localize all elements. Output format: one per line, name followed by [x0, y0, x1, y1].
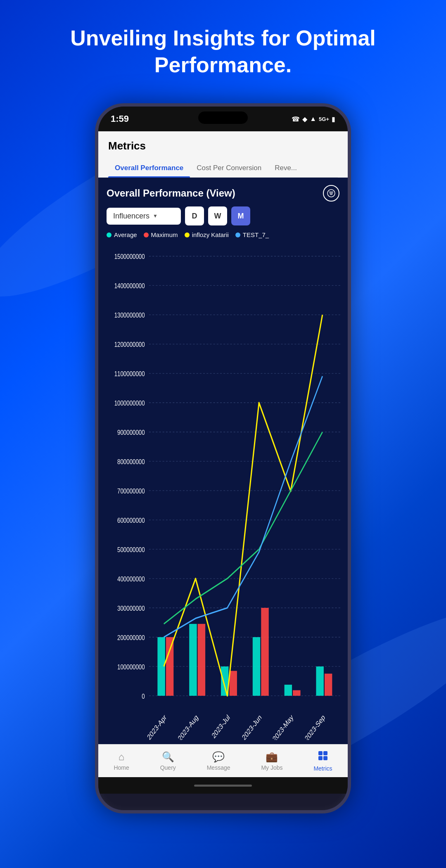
nav-my-jobs[interactable]: 💼 My Jobs — [254, 749, 289, 773]
headline-line2: Performance. — [154, 53, 292, 77]
jobs-label: My Jobs — [261, 764, 282, 771]
legend-inflozy: inflozy Katarii — [185, 231, 229, 238]
metrics-icon — [318, 750, 328, 764]
metrics-label: Metrics — [313, 765, 332, 772]
legend-maximum: Maximum — [144, 231, 178, 238]
phone-frame: 1:59 ☎ ◆ ▲ 5G+ ▮ Metrics Overall Perform… — [95, 103, 351, 813]
app-header: Metrics Overall Performance Cost Per Con… — [98, 131, 348, 178]
svg-text:800000000: 800000000 — [117, 458, 145, 465]
status-time: 1:59 — [111, 114, 129, 124]
dropdown-label: Influencers — [113, 212, 149, 221]
home-bar — [194, 785, 252, 787]
svg-text:900000000: 900000000 — [117, 428, 145, 436]
message-label: Message — [207, 764, 230, 771]
headline-line1: Unveiling Insights for Optimal — [70, 26, 376, 50]
average-dot — [107, 232, 112, 237]
average-label: Average — [114, 231, 137, 238]
svg-rect-43 — [198, 624, 205, 696]
svg-rect-45 — [261, 608, 268, 696]
svg-text:2023-Sep: 2023-Sep — [304, 713, 326, 740]
home-indicator — [98, 777, 348, 794]
main-content: Overall Performance (View) Influencers ▼ — [98, 178, 348, 744]
svg-rect-39 — [253, 637, 260, 696]
chevron-down-icon: ▼ — [153, 213, 158, 219]
period-btn-w[interactable]: W — [208, 206, 227, 225]
svg-text:300000000: 300000000 — [117, 604, 145, 612]
nav-metrics[interactable]: Metrics — [307, 748, 339, 774]
svg-text:700000000: 700000000 — [117, 487, 145, 495]
svg-rect-46 — [293, 690, 300, 696]
jobs-icon: 💼 — [266, 751, 278, 763]
tab-cost-per-conversion[interactable]: Cost Per Conversion — [190, 159, 268, 177]
inflozy-dot — [185, 232, 190, 237]
section-header: Overall Performance (View) — [98, 178, 348, 206]
home-icon: ⌂ — [119, 751, 125, 763]
network-icon: ▲ — [310, 115, 316, 123]
filter-button[interactable] — [323, 185, 339, 202]
legend-average: Average — [107, 231, 137, 238]
svg-text:500000000: 500000000 — [117, 545, 145, 553]
svg-text:400000000: 400000000 — [117, 575, 145, 583]
period-btn-d[interactable]: D — [185, 206, 204, 225]
tabs-container: Overall Performance Cost Per Conversion … — [108, 159, 338, 178]
svg-text:2023-Jul: 2023-Jul — [211, 713, 231, 740]
svg-text:1500000000: 1500000000 — [114, 252, 145, 260]
status-bar: 1:59 ☎ ◆ ▲ 5G+ ▮ — [98, 107, 348, 131]
wifi-icon: ◆ — [302, 115, 307, 123]
maximum-dot — [144, 232, 149, 237]
chart-area: 1500000000 1400000000 1300000000 1200000… — [98, 242, 348, 744]
message-icon: 💬 — [212, 751, 225, 763]
nav-home[interactable]: ⌂ Home — [107, 749, 135, 773]
svg-rect-47 — [325, 674, 332, 696]
status-icons: ☎ ◆ ▲ 5G+ ▮ — [292, 115, 335, 123]
controls-row: Influencers ▼ D W M — [98, 206, 348, 231]
svg-rect-37 — [189, 624, 197, 696]
tab-revenue[interactable]: Reve... — [268, 159, 304, 177]
svg-text:1000000000: 1000000000 — [114, 399, 145, 407]
legend-test7: TEST_7_ — [235, 231, 269, 238]
battery-icon: ▮ — [332, 115, 335, 123]
svg-rect-57 — [323, 756, 327, 760]
svg-text:2023-Jun: 2023-Jun — [241, 713, 263, 740]
svg-text:200000000: 200000000 — [117, 633, 145, 641]
svg-text:1300000000: 1300000000 — [114, 311, 145, 319]
section-title: Overall Performance (View) — [107, 187, 235, 199]
test7-label: TEST_7_ — [243, 231, 269, 238]
query-label: Query — [160, 764, 176, 771]
legend-row: Average Maximum inflozy Katarii TEST_7_ — [98, 231, 348, 242]
svg-rect-42 — [166, 637, 173, 696]
svg-text:100000000: 100000000 — [117, 663, 145, 671]
inflozy-label: inflozy Katarii — [192, 231, 229, 238]
svg-text:2023-Aug: 2023-Aug — [177, 713, 199, 740]
influencers-dropdown[interactable]: Influencers ▼ — [107, 208, 181, 225]
svg-text:2023-Apr: 2023-Apr — [146, 713, 168, 740]
svg-rect-40 — [285, 685, 292, 696]
app-title: Metrics — [108, 140, 338, 159]
camera-notch — [198, 111, 248, 124]
svg-text:2023-May: 2023-May — [271, 713, 295, 740]
svg-text:1200000000: 1200000000 — [114, 340, 145, 348]
svg-rect-56 — [318, 756, 323, 760]
headline: Unveiling Insights for Optimal Performan… — [0, 25, 446, 78]
tab-overall-performance[interactable]: Overall Performance — [108, 159, 190, 177]
nav-query[interactable]: 🔍 Query — [154, 749, 183, 773]
query-icon: 🔍 — [162, 751, 174, 763]
signal-icon: ☎ — [292, 115, 300, 123]
nav-message[interactable]: 💬 Message — [200, 749, 237, 773]
filter-icon — [327, 189, 335, 197]
svg-rect-54 — [318, 751, 323, 755]
home-label: Home — [114, 764, 129, 771]
phone-screen: Metrics Overall Performance Cost Per Con… — [98, 131, 348, 777]
maximum-label: Maximum — [151, 231, 178, 238]
svg-rect-55 — [323, 751, 327, 755]
performance-chart: 1500000000 1400000000 1300000000 1200000… — [98, 242, 344, 740]
svg-rect-44 — [229, 671, 237, 696]
test7-dot — [235, 232, 240, 237]
svg-text:1400000000: 1400000000 — [114, 282, 145, 289]
svg-text:0: 0 — [142, 692, 145, 700]
svg-text:600000000: 600000000 — [117, 516, 145, 524]
svg-rect-41 — [316, 666, 323, 696]
bottom-nav: ⌂ Home 🔍 Query 💬 Message 💼 My Jobs — [98, 744, 348, 777]
svg-text:1100000000: 1100000000 — [114, 370, 145, 377]
period-btn-m[interactable]: M — [231, 206, 250, 225]
